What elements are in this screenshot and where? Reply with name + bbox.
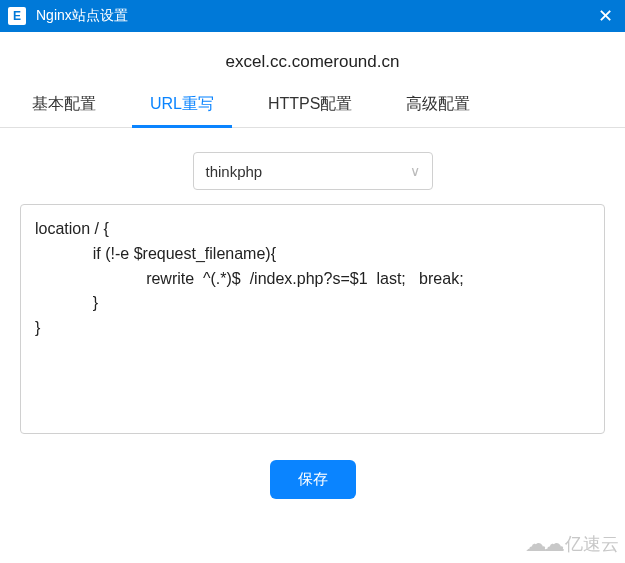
rewrite-rules-textarea[interactable] (20, 204, 605, 434)
chevron-down-icon: ∨ (410, 163, 420, 179)
window-title: Nginx站点设置 (36, 7, 585, 25)
watermark: ☁☁ 亿速云 (525, 531, 619, 557)
select-value: thinkphp (206, 163, 410, 180)
cloud-icon: ☁☁ (525, 531, 561, 557)
tab-url-rewrite[interactable]: URL重写 (132, 84, 232, 127)
site-domain: excel.cc.comeround.cn (0, 32, 625, 84)
app-icon: E (8, 7, 26, 25)
titlebar: E Nginx站点设置 ✕ (0, 0, 625, 32)
save-button[interactable]: 保存 (270, 460, 356, 499)
tab-https[interactable]: HTTPS配置 (250, 84, 370, 127)
tab-basic[interactable]: 基本配置 (14, 84, 114, 127)
tab-bar: 基本配置 URL重写 HTTPS配置 高级配置 (0, 84, 625, 128)
rewrite-template-select[interactable]: thinkphp ∨ (193, 152, 433, 190)
close-icon[interactable]: ✕ (585, 0, 625, 32)
tab-advanced[interactable]: 高级配置 (388, 84, 488, 127)
watermark-text: 亿速云 (565, 532, 619, 556)
